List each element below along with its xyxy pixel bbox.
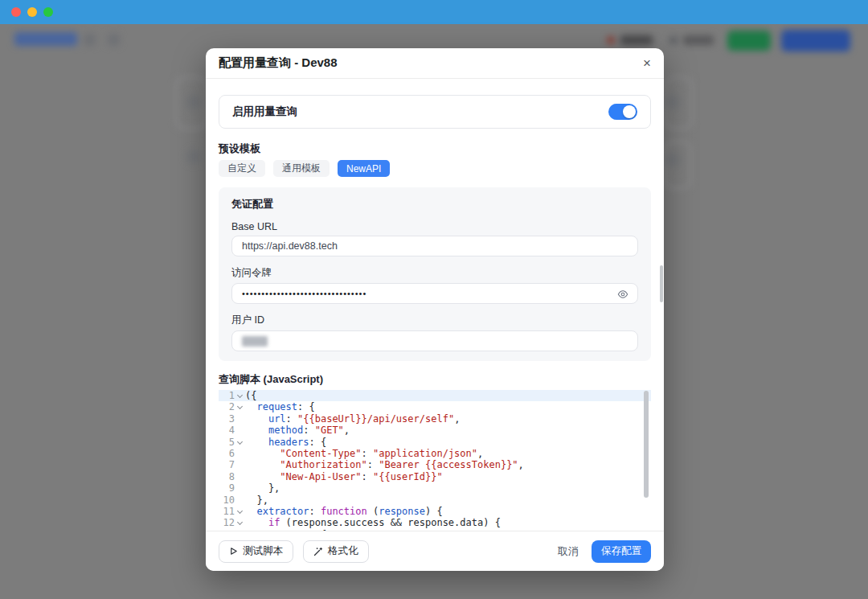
magic-wand-icon — [313, 547, 323, 556]
background-blue-button — [781, 30, 850, 51]
preset-template-label: 预设模板 — [219, 142, 651, 156]
code-line: 3 url: "{{baseUrl}}/api/user/self", — [219, 413, 651, 425]
credentials-card: 凭证配置 Base URL https://api.dev88.tech 访问令… — [219, 187, 651, 361]
background-card-fragment — [186, 150, 201, 164]
preset-option-自定义[interactable]: 自定义 — [219, 160, 265, 177]
background-status-icon — [607, 36, 615, 44]
minimize-traffic-light[interactable] — [27, 7, 37, 17]
editor-scrollbar-thumb[interactable] — [644, 391, 649, 498]
background-green-button — [727, 31, 771, 51]
play-icon — [229, 547, 238, 556]
enable-usage-query-toggle[interactable] — [608, 104, 637, 120]
code-line: 6 "Content-Type": "application/json", — [219, 448, 651, 459]
dialog-title: 配置用量查询 - Dev88 — [219, 55, 338, 71]
background-status-icon — [669, 36, 678, 44]
background-status-text — [620, 35, 653, 45]
dialog-body: 启用用量查询 预设模板 自定义通用模板NewAPI 凭证配置 Base URL … — [206, 79, 664, 531]
usage-query-config-dialog: 配置用量查询 - Dev88 × 启用用量查询 预设模板 自定义通用模板NewA… — [206, 48, 664, 571]
user-id-input[interactable] — [231, 330, 638, 351]
code-editor[interactable]: 1({2 request: {3 url: "{{baseUrl}}/api/u… — [219, 390, 651, 531]
code-line: 2 request: { — [219, 401, 651, 412]
background-card-fragment — [665, 95, 680, 109]
eye-icon[interactable] — [617, 289, 628, 300]
dialog-header: 配置用量查询 - Dev88 × — [206, 48, 664, 79]
macos-titlebar — [0, 0, 868, 24]
dialog-footer: 测试脚本 格式化 取消 保存配置 — [206, 531, 664, 571]
background-status-text — [683, 35, 714, 45]
fold-chevron-icon[interactable] — [237, 404, 243, 409]
fold-chevron-icon[interactable] — [237, 392, 243, 398]
code-line: 10 }, — [219, 494, 651, 506]
access-token-label: 访问令牌 — [231, 266, 638, 280]
format-label: 格式化 — [328, 544, 358, 558]
code-line: 1({ — [219, 390, 651, 401]
test-script-button[interactable]: 测试脚本 — [219, 540, 293, 563]
cancel-button[interactable]: 取消 — [558, 544, 579, 559]
enable-usage-query-label: 启用用量查询 — [232, 105, 297, 119]
preset-option-通用模板[interactable]: 通用模板 — [273, 160, 330, 177]
toggle-knob — [623, 105, 636, 118]
dialog-scrollbar-thumb[interactable] — [660, 265, 663, 302]
code-line: 4 method: "GET", — [219, 425, 651, 436]
user-id-redacted-value — [242, 336, 268, 347]
code-line: 5 headers: { — [219, 437, 651, 448]
background-toolbar-icon — [84, 34, 96, 46]
credentials-title: 凭证配置 — [231, 197, 638, 211]
access-token-input[interactable]: •••••••••••••••••••••••••••••••• — [231, 283, 638, 304]
preset-template-options: 自定义通用模板NewAPI — [219, 160, 651, 177]
close-traffic-light[interactable] — [11, 7, 21, 17]
preset-option-NewAPI[interactable]: NewAPI — [338, 160, 390, 177]
fold-chevron-icon[interactable] — [237, 519, 243, 525]
background-app-logo — [14, 32, 77, 46]
zoom-traffic-light[interactable] — [43, 7, 53, 17]
footer-actions: 取消 保存配置 — [558, 540, 651, 563]
fold-chevron-icon[interactable] — [237, 508, 243, 514]
access-token-masked-value: •••••••••••••••••••••••••••••••• — [242, 289, 366, 298]
base-url-input[interactable]: https://api.dev88.tech — [231, 236, 638, 256]
enable-usage-query-row: 启用用量查询 — [219, 95, 651, 129]
code-line: 12 if (response.success && response.data… — [219, 517, 651, 528]
code-line: 8 "New-Api-User": "{{userId}}" — [219, 471, 651, 482]
code-lines: 1({2 request: {3 url: "{{baseUrl}}/api/u… — [219, 390, 651, 531]
save-config-button[interactable]: 保存配置 — [592, 540, 651, 563]
query-script-label: 查询脚本 (JavaScript) — [219, 372, 651, 387]
code-line: 7 "Authorization": "Bearer {{accessToken… — [219, 459, 651, 470]
base-url-label: Base URL — [231, 221, 638, 232]
background-toolbar-icon — [108, 34, 120, 46]
test-script-label: 测试脚本 — [243, 544, 283, 558]
background-card-fragment — [186, 95, 201, 109]
user-id-label: 用户 ID — [231, 314, 638, 327]
fold-chevron-icon[interactable] — [237, 439, 243, 445]
format-button[interactable]: 格式化 — [303, 540, 369, 563]
close-icon[interactable]: × — [643, 56, 651, 70]
code-line: 11 extractor: function (response) { — [219, 506, 651, 517]
code-line: 9 }, — [219, 482, 651, 494]
base-url-value: https://api.dev88.tech — [242, 240, 338, 252]
background-card-fragment — [665, 153, 680, 167]
